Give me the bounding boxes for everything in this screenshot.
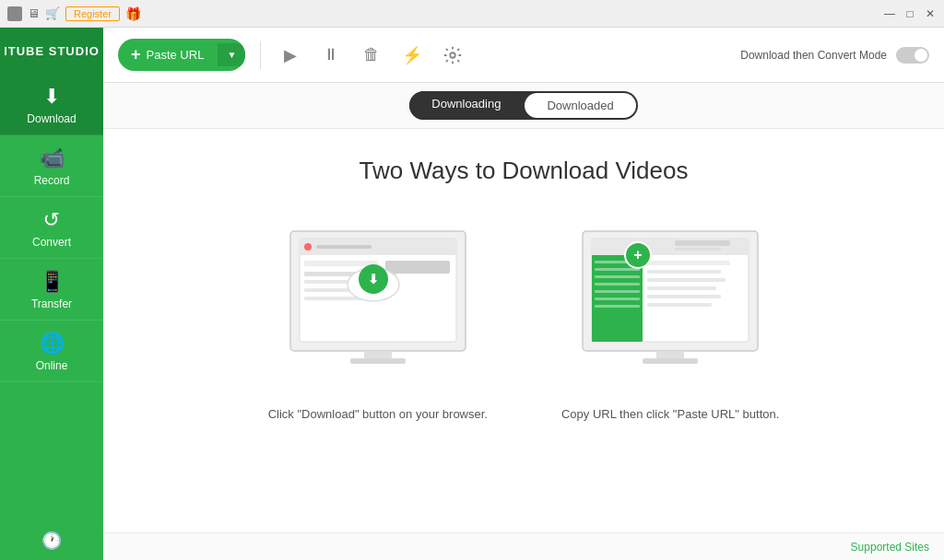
clock-icon: 🕐 [41,531,62,550]
paste-url-main: + Paste URL [118,39,217,71]
sidebar-item-record[interactable]: 📹 Record [0,135,103,197]
minimize-button[interactable]: — [883,7,896,20]
svg-text:⬇: ⬇ [368,272,379,286]
tab-downloading[interactable]: Downloading [409,91,523,120]
monitor-icon: 🖥 [28,6,40,20]
ways-container: ⬇ Click "Download" button on your browse… [268,222,780,424]
tab-group: Downloading Downloaded [409,91,637,120]
main-title: Two Ways to Download Videos [360,157,689,185]
app-logo: ITUBE STUDIO [0,28,103,74]
transfer-icon: 📱 [40,272,65,292]
sidebar-item-transfer[interactable]: 📱 Transfer [0,259,103,321]
svg-rect-16 [350,358,406,364]
paste-url-button[interactable]: + Paste URL ▼ [118,39,245,71]
svg-rect-26 [647,295,721,298]
delete-button[interactable]: 🗑 [357,41,386,70]
paste-url-label: Paste URL [147,48,205,62]
svg-rect-34 [595,298,640,300]
way2-desc: Copy URL then click "Paste URL" button. [561,405,779,424]
sidebar-item-online-label: Online [36,359,68,372]
main-content: Two Ways to Download Videos [103,129,944,532]
sidebar: ITUBE STUDIO ⬇ Download 📹 Record ↻ Conve… [0,28,103,560]
svg-rect-39 [643,358,698,364]
way1-monitor: ⬇ [277,222,479,387]
mode-toggle[interactable] [896,47,929,64]
svg-text:+: + [633,247,642,262]
sidebar-item-download[interactable]: ⬇ Download [0,74,103,135]
content-area: + Paste URL ▼ ▶ ⏸ 🗑 ⚡ Download then Conv… [103,28,944,560]
svg-rect-24 [647,278,726,282]
svg-rect-4 [304,243,312,251]
svg-rect-15 [364,351,392,358]
online-icon: 🌐 [40,333,65,354]
svg-rect-23 [647,270,721,274]
svg-rect-30 [595,268,640,271]
close-button[interactable]: ✕ [924,7,937,20]
svg-rect-25 [647,286,716,290]
app-body: ITUBE STUDIO ⬇ Download 📹 Record ↻ Conve… [0,28,944,560]
settings-button[interactable] [438,41,467,70]
svg-rect-32 [595,283,640,286]
svg-rect-33 [595,290,640,293]
tabs: Downloading Downloaded [103,83,944,129]
sidebar-item-convert[interactable]: ↻ Convert [0,197,103,259]
pause-button[interactable]: ⏸ [316,41,346,70]
paste-url-dropdown-arrow[interactable]: ▼ [218,43,245,66]
cart-icon: 🛒 [45,6,60,20]
title-bar-controls: — □ ✕ [883,7,937,20]
svg-point-0 [451,52,456,58]
lightning-button[interactable]: ⚡ [397,41,427,70]
svg-rect-38 [656,351,684,358]
toolbar-separator-1 [260,41,261,69]
svg-rect-22 [647,261,730,265]
play-button[interactable]: ▶ [276,41,305,70]
svg-rect-35 [595,305,640,308]
toolbar: + Paste URL ▼ ▶ ⏸ 🗑 ⚡ Download then Conv… [103,28,944,83]
svg-rect-21 [675,248,721,251]
way2-monitor: + [569,222,772,387]
way2-item: + Copy URL then click "Paste URL" button… [561,222,779,424]
plus-icon: + [131,45,141,64]
way1-item: ⬇ Click "Download" button on your browse… [268,222,488,424]
svg-rect-11 [385,261,450,274]
gift-icon: 🎁 [125,6,141,21]
sidebar-item-transfer-label: Transfer [31,298,72,310]
title-bar-left: 🖥 🛒 Register 🎁 [7,6,141,21]
svg-rect-20 [675,240,730,246]
svg-rect-6 [304,261,378,266]
maximize-button[interactable]: □ [903,7,916,20]
register-button[interactable]: Register [65,6,120,21]
convert-icon: ↻ [43,210,60,230]
sidebar-item-convert-label: Convert [32,236,71,249]
footer: Supported Sites [103,532,944,560]
way1-desc: Click "Download" button on your browser. [268,405,488,424]
record-icon: 📹 [40,148,65,169]
title-bar: 🖥 🛒 Register 🎁 — □ ✕ [0,0,944,28]
download-icon: ⬇ [43,87,60,107]
svg-rect-5 [316,245,372,249]
sidebar-bottom: 🕐 [32,521,71,560]
sidebar-item-online[interactable]: 🌐 Online [0,321,103,382]
sidebar-item-download-label: Download [27,112,76,125]
app-icon [7,6,22,21]
mode-label: Download then Convert Mode [740,49,887,62]
tab-downloaded[interactable]: Downloaded [525,93,635,118]
sidebar-item-record-label: Record [34,174,70,187]
supported-sites-link[interactable]: Supported Sites [851,541,929,554]
svg-rect-31 [595,275,640,278]
svg-rect-27 [647,303,712,307]
toolbar-right: Download then Convert Mode [740,47,929,64]
